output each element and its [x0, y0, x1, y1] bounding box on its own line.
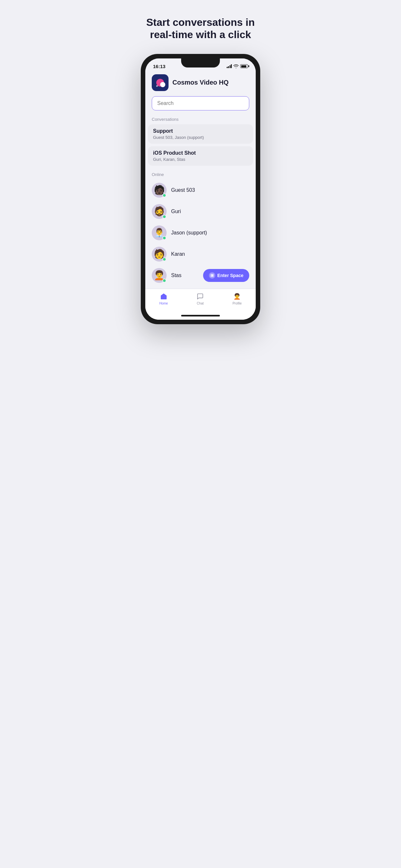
phone-screen: 16:13 [145, 58, 256, 320]
search-container [145, 96, 256, 116]
search-input[interactable] [152, 96, 249, 111]
user-name-guri: Guri [171, 209, 181, 214]
online-user-guest503[interactable]: 🧑🏿 Guest 503 [145, 180, 256, 201]
conv-members: Guest 503, Jason (support) [153, 135, 248, 140]
conversations-section-label: Conversations [145, 116, 256, 124]
online-user-karan[interactable]: 🧑 Karan [145, 244, 256, 265]
space-icon [209, 272, 215, 279]
chat-icon [196, 292, 204, 301]
user-name-guest503: Guest 503 [171, 187, 195, 193]
battery-icon [240, 64, 248, 68]
signal-icon [227, 64, 232, 68]
status-icons [227, 63, 248, 68]
conversation-item-ios[interactable]: iOS Product Shot Guri, Karan, Stas [148, 146, 253, 166]
online-user-stas[interactable]: 🧑‍🦱 Stas Enter Space [145, 265, 256, 286]
home-icon [159, 292, 168, 301]
page-headline: Start conversations in real-time with a … [134, 6, 267, 54]
app-header: ✦ Cosmos Video HQ [145, 70, 256, 96]
status-time: 16:13 [153, 62, 165, 69]
profile-nav-label: Profile [233, 302, 242, 305]
home-bar [181, 315, 220, 316]
nav-home[interactable]: Home [159, 292, 168, 305]
home-indicator [145, 313, 256, 320]
phone-frame: 16:13 [141, 54, 260, 324]
nav-chat[interactable]: Chat [196, 292, 204, 305]
nav-profile[interactable]: 🧑‍🦱 Profile [233, 292, 242, 305]
conv-members-ios: Guri, Karan, Stas [153, 157, 248, 162]
avatar-wrapper-guest503: 🧑🏿 [152, 183, 166, 197]
app-logo: ✦ [152, 74, 168, 91]
conversation-item-support[interactable]: Support Guest 503, Jason (support) [148, 124, 253, 144]
online-dot-stas [162, 279, 166, 283]
page-wrapper: Start conversations in real-time with a … [134, 6, 267, 324]
status-bar: 16:13 [145, 58, 256, 70]
profile-icon: 🧑‍🦱 [233, 292, 241, 301]
home-nav-label: Home [159, 302, 168, 305]
notch [181, 58, 220, 67]
online-section-label: Online [145, 171, 256, 180]
online-user-guri[interactable]: 🧔 Guri [145, 201, 256, 222]
app-title: Cosmos Video HQ [173, 79, 228, 86]
enter-space-button[interactable]: Enter Space [203, 269, 249, 282]
user-name-stas: Stas [171, 273, 181, 278]
conv-title-ios: iOS Product Shot [153, 150, 248, 156]
online-dot-karan [162, 257, 166, 261]
avatar-wrapper-karan: 🧑 [152, 247, 166, 261]
bottom-nav: Home Chat 🧑‍🦱 P [145, 289, 256, 313]
avatar-wrapper-guri: 🧔 [152, 204, 166, 219]
online-dot-guri [162, 215, 166, 219]
chat-nav-label: Chat [197, 302, 204, 305]
avatar-wrapper-stas: 🧑‍🦱 [152, 268, 166, 283]
user-name-karan: Karan [171, 251, 185, 257]
wifi-icon [234, 64, 239, 68]
online-section: Online 🧑🏿 Guest 503 🧔 [145, 168, 256, 286]
enter-space-label: Enter Space [217, 273, 243, 278]
user-name-jason: Jason (support) [171, 230, 207, 236]
online-dot-jason [162, 236, 166, 240]
app-content: ✦ Cosmos Video HQ Conversations Support … [145, 70, 256, 320]
online-dot-guest503 [162, 193, 166, 197]
avatar-wrapper-jason: 👨‍💼 [152, 225, 166, 240]
conv-title: Support [153, 128, 248, 134]
online-user-jason[interactable]: 👨‍💼 Jason (support) [145, 222, 256, 244]
